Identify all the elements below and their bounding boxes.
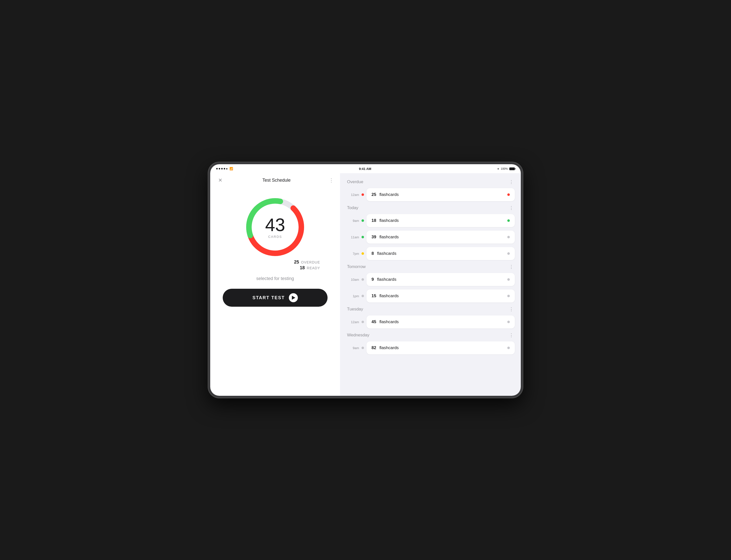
flashcard-item[interactable]: 9 flashcards [367, 273, 515, 286]
flashcard-item[interactable]: 18 flashcards [367, 214, 515, 227]
signal-dot-2 [219, 168, 220, 169]
list-item[interactable]: 12am25 flashcards [346, 188, 515, 201]
close-button[interactable]: ✕ [216, 176, 224, 184]
start-test-button[interactable]: START TEST [223, 289, 327, 307]
card-count: 15 flashcards [372, 293, 399, 298]
section-wednesday: Wednesday⋮9am82 flashcards [346, 330, 515, 354]
section-header-tomorrow: Tomorrow⋮ [346, 262, 515, 272]
time-label: 9am [346, 219, 359, 223]
list-item[interactable]: 9am82 flashcards [346, 341, 515, 354]
list-item[interactable]: 12am45 flashcards [346, 315, 515, 328]
section-title-overdue: Overdue [347, 179, 363, 184]
left-panel: ✕ Test Schedule ⋮ [210, 173, 340, 396]
list-item[interactable]: 10am9 flashcards [346, 273, 515, 286]
flashcard-item[interactable]: 25 flashcards [367, 188, 515, 201]
timeline-dot [361, 278, 364, 281]
play-icon [289, 293, 298, 302]
time-label: 7pm [346, 252, 359, 256]
chart-area: 43 CARDS [210, 187, 340, 265]
card-status-dot [507, 193, 510, 196]
time-label: 1pm [346, 294, 359, 298]
donut-chart: 43 CARDS [243, 195, 307, 260]
timeline-dot [361, 347, 364, 349]
bluetooth-icon: ∗ [497, 167, 499, 170]
start-test-label: START TEST [252, 295, 285, 300]
card-count: 8 flashcards [372, 251, 397, 256]
status-left: 📶 [216, 167, 233, 170]
section-more-today[interactable]: ⋮ [509, 205, 514, 211]
timeline-dot [361, 321, 364, 323]
card-count: 18 flashcards [372, 218, 399, 223]
flashcard-item[interactable]: 82 flashcards [367, 341, 515, 354]
section-header-tuesday: Tuesday⋮ [346, 304, 515, 314]
signal-dot-1 [216, 168, 218, 169]
right-panel[interactable]: Overdue⋮12am25 flashcardsToday⋮9am18 fla… [340, 173, 521, 396]
section-tomorrow: Tomorrow⋮10am9 flashcards1pm15 flashcard… [346, 262, 515, 302]
status-bar: 📶 9:41 AM ∗ 100% [210, 164, 521, 173]
section-title-wednesday: Wednesday [347, 333, 369, 338]
section-title-today: Today [347, 205, 358, 210]
flashcard-item[interactable]: 39 flashcards [367, 231, 515, 244]
wifi-icon: 📶 [229, 167, 233, 170]
timeline-dot [361, 252, 364, 255]
time-label: 10am [346, 278, 359, 281]
card-count: 9 flashcards [372, 277, 397, 282]
timeline-dot [361, 295, 364, 297]
flashcard-item[interactable]: 8 flashcards [367, 247, 515, 260]
app-content: ✕ Test Schedule ⋮ [210, 173, 521, 396]
section-more-wednesday[interactable]: ⋮ [509, 332, 514, 338]
battery-fill [510, 168, 515, 170]
card-count: 39 flashcards [372, 235, 399, 240]
section-more-overdue[interactable]: ⋮ [509, 179, 514, 185]
total-cards-number: 43 [265, 216, 285, 234]
time-label: 12am [346, 193, 359, 197]
card-count: 82 flashcards [372, 345, 399, 350]
ipad-device: 📶 9:41 AM ∗ 100% ✕ Test Schedule ⋮ [208, 162, 523, 398]
section-today: Today⋮9am18 flashcards11am39 flashcards7… [346, 203, 515, 260]
ready-label: READY [307, 266, 320, 270]
nav-bar: ✕ Test Schedule ⋮ [210, 173, 340, 187]
section-header-overdue: Overdue⋮ [346, 177, 515, 187]
cards-label: CARDS [265, 235, 285, 239]
section-title-tuesday: Tuesday [347, 307, 363, 312]
section-more-tuesday[interactable]: ⋮ [509, 306, 514, 312]
time-label: 11am [346, 235, 359, 239]
timeline-dot [361, 193, 364, 196]
card-status-dot [507, 236, 510, 238]
ready-stat: 18 READY [300, 265, 320, 271]
flashcard-item[interactable]: 45 flashcards [367, 315, 515, 328]
section-tuesday: Tuesday⋮12am45 flashcards [346, 304, 515, 328]
signal-dot-3 [221, 168, 223, 169]
card-status-dot [507, 278, 510, 281]
card-status-dot [507, 347, 510, 349]
donut-center: 43 CARDS [265, 216, 285, 239]
card-status-dot [507, 321, 510, 323]
card-status-dot [507, 219, 510, 222]
list-item[interactable]: 1pm15 flashcards [346, 289, 515, 302]
card-status-dot [507, 295, 510, 297]
play-triangle [292, 296, 295, 300]
flashcard-item[interactable]: 15 flashcards [367, 289, 515, 302]
more-button[interactable]: ⋮ [329, 177, 334, 183]
battery-icon [509, 167, 515, 170]
time-label: 9am [346, 346, 359, 350]
timeline-dot [361, 236, 364, 238]
status-right: ∗ 100% [497, 167, 515, 170]
signal-dot-5 [226, 168, 227, 169]
card-status-dot [507, 252, 510, 255]
card-count: 25 flashcards [372, 192, 399, 197]
page-title: Test Schedule [262, 178, 290, 183]
list-item[interactable]: 7pm8 flashcards [346, 247, 515, 260]
section-header-wednesday: Wednesday⋮ [346, 330, 515, 340]
section-more-tomorrow[interactable]: ⋮ [509, 264, 514, 270]
time-label: 12am [346, 320, 359, 324]
section-header-today: Today⋮ [346, 203, 515, 213]
card-count: 45 flashcards [372, 319, 399, 324]
ready-count: 18 [300, 265, 305, 271]
selected-text: selected for testing [210, 276, 340, 281]
section-title-tomorrow: Tomorrow [347, 264, 366, 269]
section-overdue: Overdue⋮12am25 flashcards [346, 177, 515, 201]
list-item[interactable]: 9am18 flashcards [346, 214, 515, 227]
timeline-dot [361, 219, 364, 222]
list-item[interactable]: 11am39 flashcards [346, 231, 515, 244]
